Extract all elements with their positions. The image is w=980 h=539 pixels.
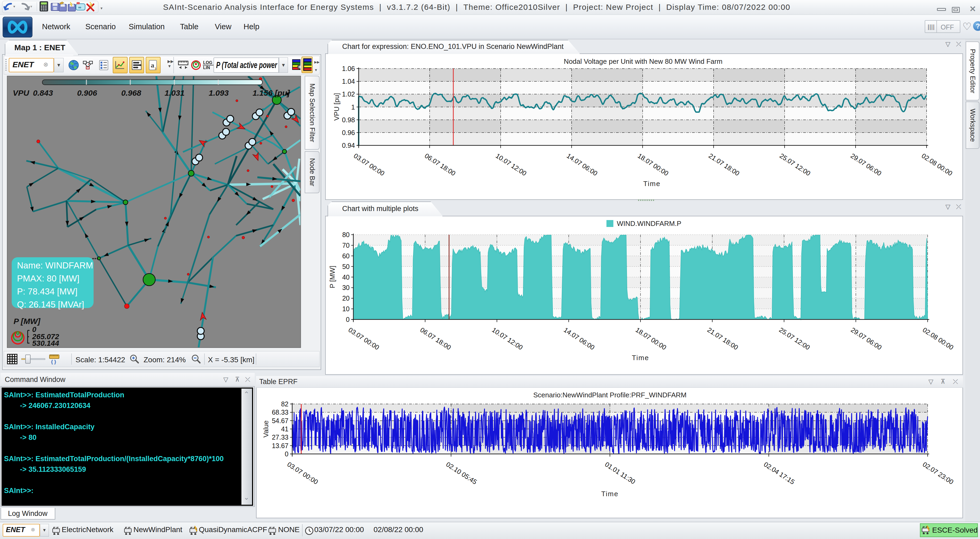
svg-text:03.07 00:00: 03.07 00:00 bbox=[347, 326, 381, 351]
svg-text:18.07 00:00: 18.07 00:00 bbox=[636, 152, 670, 177]
svg-text:60: 60 bbox=[342, 252, 350, 260]
svg-text:03.07 00:00: 03.07 00:00 bbox=[353, 152, 386, 177]
svg-text:01.01 11:30: 01.01 11:30 bbox=[604, 460, 637, 485]
svg-text:Value: Value bbox=[262, 420, 270, 438]
svg-text:0: 0 bbox=[285, 450, 288, 458]
svg-text:0: 0 bbox=[346, 316, 350, 323]
svg-text:Time: Time bbox=[601, 490, 619, 498]
svg-text:02.08 00:00: 02.08 00:00 bbox=[921, 326, 955, 351]
svg-text:0.98: 0.98 bbox=[342, 116, 355, 124]
svg-text:1: 1 bbox=[351, 103, 355, 111]
svg-text:30: 30 bbox=[342, 284, 350, 291]
svg-text:25.07 12:00: 25.07 12:00 bbox=[778, 326, 811, 351]
svg-text:54.67: 54.67 bbox=[272, 417, 288, 425]
svg-text:14.07 06:00: 14.07 06:00 bbox=[563, 326, 596, 351]
svg-text:Nodal Voltage per Unit with Ne: Nodal Voltage per Unit with New 80 MW Wi… bbox=[564, 57, 723, 65]
svg-text:40: 40 bbox=[342, 273, 350, 281]
svg-text:Time: Time bbox=[632, 354, 649, 362]
svg-text:1.04: 1.04 bbox=[342, 78, 355, 85]
svg-text:29.07 06:00: 29.07 06:00 bbox=[850, 152, 883, 177]
svg-text:02.10 05:45: 02.10 05:45 bbox=[445, 460, 478, 486]
svg-text:06.07 18:00: 06.07 18:00 bbox=[423, 152, 457, 177]
svg-text:82: 82 bbox=[281, 400, 288, 408]
svg-text:10.07 12:00: 10.07 12:00 bbox=[495, 152, 528, 177]
svg-text:21.07 18:00: 21.07 18:00 bbox=[708, 152, 741, 177]
svg-text:0.94: 0.94 bbox=[342, 142, 355, 149]
svg-text:Scenario:NewWindPlant Profile:: Scenario:NewWindPlant Profile:PRF_WINDFA… bbox=[533, 391, 687, 399]
svg-text:03.07 00:00: 03.07 00:00 bbox=[286, 460, 320, 486]
svg-text:14.07 06:00: 14.07 06:00 bbox=[565, 152, 599, 177]
svg-text:50: 50 bbox=[342, 263, 350, 270]
svg-text:29.07 06:00: 29.07 06:00 bbox=[850, 326, 883, 351]
svg-text:VPU [pu]: VPU [pu] bbox=[332, 93, 340, 121]
svg-text:80: 80 bbox=[342, 231, 350, 238]
svg-text:02.04 17:15: 02.04 17:15 bbox=[762, 460, 796, 486]
svg-text:18.07 00:00: 18.07 00:00 bbox=[634, 326, 668, 351]
svg-text:P [MW]: P [MW] bbox=[328, 266, 336, 288]
svg-text:68.33: 68.33 bbox=[272, 409, 288, 416]
svg-text:Time: Time bbox=[643, 180, 661, 188]
svg-text:1.02: 1.02 bbox=[342, 91, 355, 98]
svg-text:06.07 18:00: 06.07 18:00 bbox=[419, 326, 452, 351]
svg-text:02.07 23:00: 02.07 23:00 bbox=[921, 460, 955, 486]
svg-text:25.07 12:00: 25.07 12:00 bbox=[778, 152, 812, 177]
svg-text:21.07 18:00: 21.07 18:00 bbox=[706, 326, 740, 351]
svg-text:10: 10 bbox=[342, 305, 350, 313]
svg-text:10.07 12:00: 10.07 12:00 bbox=[491, 326, 524, 351]
svg-text:27.33: 27.33 bbox=[272, 434, 288, 441]
svg-text:13.67: 13.67 bbox=[272, 442, 288, 450]
svg-text:70: 70 bbox=[342, 242, 350, 249]
svg-text:0.96: 0.96 bbox=[342, 129, 355, 136]
svg-text:WIND.WINDFARM.P: WIND.WINDFARM.P bbox=[617, 219, 681, 227]
svg-text:41: 41 bbox=[281, 425, 288, 433]
svg-text:02.08 00:00: 02.08 00:00 bbox=[920, 152, 954, 177]
svg-text:20: 20 bbox=[342, 294, 350, 302]
svg-text:1.06: 1.06 bbox=[342, 65, 355, 72]
